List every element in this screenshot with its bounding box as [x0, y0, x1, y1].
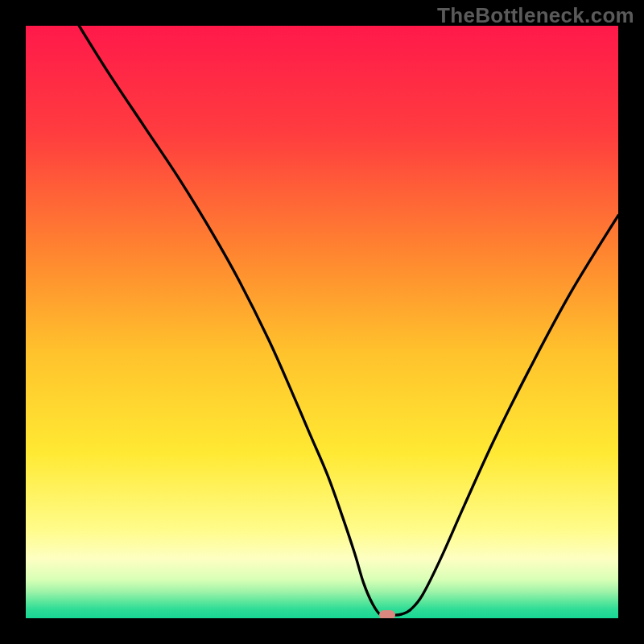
chart-frame: TheBottleneck.com — [0, 0, 644, 644]
plot-area — [26, 26, 618, 618]
watermark-text: TheBottleneck.com — [437, 3, 634, 28]
svg-rect-0 — [26, 26, 618, 618]
background-gradient — [26, 26, 618, 618]
